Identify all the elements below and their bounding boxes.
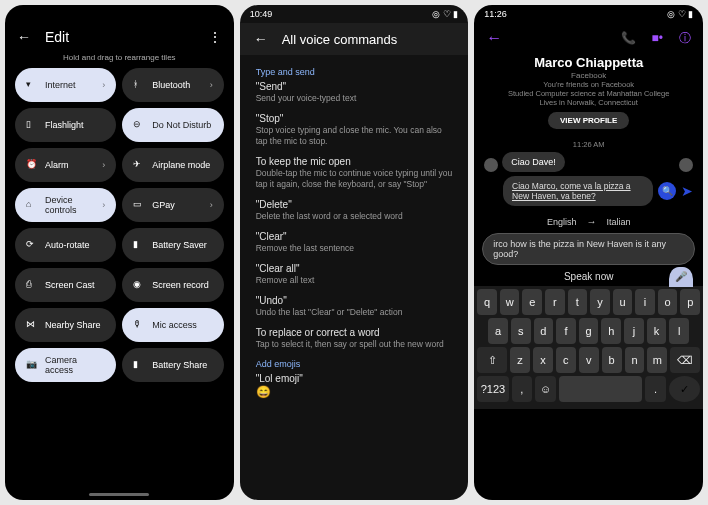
key-f[interactable]: f bbox=[556, 318, 576, 344]
key-backspace[interactable]: ⌫ bbox=[670, 347, 700, 373]
vc-item: To replace or correct a wordTap to selec… bbox=[256, 327, 453, 350]
key-i[interactable]: i bbox=[635, 289, 655, 315]
key-shift[interactable]: ⇧ bbox=[477, 347, 507, 373]
phone-voicecommands: 10:49 ◎ ♡ ▮ ← All voice commands Type an… bbox=[240, 5, 469, 500]
nav-pill[interactable] bbox=[89, 493, 149, 496]
clock: 11:26 bbox=[484, 9, 507, 19]
mic-button[interactable]: 🎤 bbox=[669, 267, 693, 287]
tile-label: Screen Cast bbox=[45, 280, 95, 290]
tile-grid: ▾Internet›ᚼBluetooth›▯Flashlight⊖Do Not … bbox=[5, 68, 234, 382]
more-icon[interactable]: ⋮ bbox=[208, 29, 222, 45]
vc-item: "Send"Send your voice-typed text bbox=[256, 81, 453, 104]
key-b[interactable]: b bbox=[602, 347, 622, 373]
key-w[interactable]: w bbox=[500, 289, 520, 315]
key-z[interactable]: z bbox=[510, 347, 530, 373]
home-icon: ⌂ bbox=[26, 199, 38, 211]
tile-label: Battery Share bbox=[152, 360, 207, 370]
camera-icon: 📷 bbox=[26, 359, 38, 371]
qs-tile-internet[interactable]: ▾Internet› bbox=[15, 68, 116, 102]
tile-label: Auto-rotate bbox=[45, 240, 90, 250]
qs-tile-airplane-mode[interactable]: ✈Airplane mode bbox=[122, 148, 223, 182]
qs-tile-gpay[interactable]: ▭GPay› bbox=[122, 188, 223, 222]
key-m[interactable]: m bbox=[647, 347, 667, 373]
info-icon[interactable]: ⓘ bbox=[679, 30, 691, 47]
alarm-icon: ⏰ bbox=[26, 159, 38, 171]
chevron-right-icon: › bbox=[210, 80, 213, 90]
key-enter[interactable]: ✓ bbox=[669, 376, 700, 402]
qs-tile-alarm[interactable]: ⏰Alarm› bbox=[15, 148, 116, 182]
text-input[interactable]: irco how is the pizza in New Haven is it… bbox=[482, 233, 695, 265]
vc-title: All voice commands bbox=[282, 32, 398, 47]
key-u[interactable]: u bbox=[613, 289, 633, 315]
qs-tile-do-not-disturb[interactable]: ⊖Do Not Disturb bbox=[122, 108, 223, 142]
mic-icon: 🎙 bbox=[133, 319, 145, 331]
vc-description: Remove the last sentence bbox=[256, 243, 453, 254]
avatar[interactable] bbox=[484, 158, 498, 172]
key-q[interactable]: q bbox=[477, 289, 497, 315]
vc-description: Delete the last word or a selected word bbox=[256, 211, 453, 222]
qs-tile-battery-share[interactable]: ▮Battery Share bbox=[122, 348, 223, 382]
key-v[interactable]: v bbox=[579, 347, 599, 373]
message-outgoing: Ciao Marco, come va la pizza a New Haven… bbox=[484, 176, 693, 206]
arrow-right-icon[interactable]: → bbox=[586, 216, 596, 227]
share-icon: ⋈ bbox=[26, 319, 38, 331]
key-j[interactable]: j bbox=[624, 318, 644, 344]
key-c[interactable]: c bbox=[556, 347, 576, 373]
vc-item: "Stop"Stop voice typing and close the mi… bbox=[256, 113, 453, 147]
vc-content[interactable]: Type and send "Send"Send your voice-type… bbox=[240, 55, 469, 500]
message-bubble[interactable]: Ciao Dave! bbox=[502, 152, 565, 172]
key-g[interactable]: g bbox=[579, 318, 599, 344]
lang-to[interactable]: Italian bbox=[606, 217, 630, 227]
vc-description: Tap to select it, then say or spell out … bbox=[256, 339, 453, 350]
qs-tile-nearby-share[interactable]: ⋈Nearby Share bbox=[15, 308, 116, 342]
back-icon[interactable]: ← bbox=[17, 29, 31, 45]
qs-tile-screen-record[interactable]: ◉Screen record bbox=[122, 268, 223, 302]
key-a[interactable]: a bbox=[488, 318, 508, 344]
key-n[interactable]: n bbox=[625, 347, 645, 373]
back-icon[interactable]: ← bbox=[254, 31, 268, 47]
key-k[interactable]: k bbox=[647, 318, 667, 344]
key-p[interactable]: p bbox=[680, 289, 700, 315]
vc-command: "Stop" bbox=[256, 113, 453, 124]
key-space[interactable] bbox=[559, 376, 642, 402]
key-r[interactable]: r bbox=[545, 289, 565, 315]
speak-bar: Speak now 🎤 bbox=[474, 267, 703, 284]
key-x[interactable]: x bbox=[533, 347, 553, 373]
speak-label: Speak now bbox=[564, 271, 613, 282]
statusbar: 10:49 ◎ ♡ ▮ bbox=[240, 5, 469, 23]
key-l[interactable]: l bbox=[669, 318, 689, 344]
send-icon[interactable]: ➤ bbox=[681, 183, 693, 199]
key-y[interactable]: y bbox=[590, 289, 610, 315]
back-icon[interactable]: ← bbox=[486, 29, 502, 47]
key-t[interactable]: t bbox=[568, 289, 588, 315]
key-comma[interactable]: , bbox=[512, 376, 533, 402]
key-o[interactable]: o bbox=[658, 289, 678, 315]
call-icon[interactable]: 📞 bbox=[621, 31, 636, 45]
key-e[interactable]: e bbox=[522, 289, 542, 315]
wifi-icon: ▾ bbox=[26, 79, 38, 91]
video-icon[interactable]: ■• bbox=[652, 31, 663, 45]
key-symbols[interactable]: ?123 bbox=[477, 376, 508, 402]
translate-search-icon[interactable]: 🔍 bbox=[658, 182, 676, 200]
qs-tile-device-controls[interactable]: ⌂Device controls› bbox=[15, 188, 116, 222]
qs-tile-screen-cast[interactable]: ⎙Screen Cast bbox=[15, 268, 116, 302]
qs-tile-battery-saver[interactable]: ▮Battery Saver bbox=[122, 228, 223, 262]
view-profile-button[interactable]: VIEW PROFILE bbox=[548, 112, 629, 129]
chat-area[interactable]: 11:26 AM Ciao Dave! Ciao Marco, come va … bbox=[474, 135, 703, 212]
message-bubble[interactable]: Ciao Marco, come va la pizza a New Haven… bbox=[503, 176, 653, 206]
qs-tile-bluetooth[interactable]: ᚼBluetooth› bbox=[122, 68, 223, 102]
key-h[interactable]: h bbox=[601, 318, 621, 344]
key-emoji[interactable]: ☺ bbox=[535, 376, 556, 402]
key-s[interactable]: s bbox=[511, 318, 531, 344]
qs-tile-flashlight[interactable]: ▯Flashlight bbox=[15, 108, 116, 142]
qs-tile-mic-access[interactable]: 🎙Mic access bbox=[122, 308, 223, 342]
vc-command: "Send" bbox=[256, 81, 453, 92]
lang-from[interactable]: English bbox=[547, 217, 577, 227]
airplane-icon: ✈ bbox=[133, 159, 145, 171]
vc-description: Remove all text bbox=[256, 275, 453, 286]
qs-tile-camera-access[interactable]: 📷Camera access bbox=[15, 348, 116, 382]
key-period[interactable]: . bbox=[645, 376, 666, 402]
qs-tile-auto-rotate[interactable]: ⟳Auto-rotate bbox=[15, 228, 116, 262]
key-d[interactable]: d bbox=[534, 318, 554, 344]
battery-icon: ▮ bbox=[133, 239, 145, 251]
